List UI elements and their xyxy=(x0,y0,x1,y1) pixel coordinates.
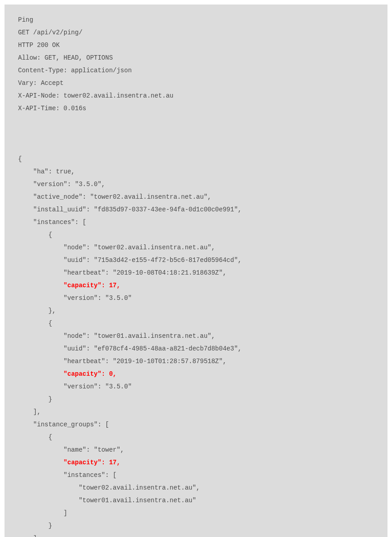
json-grp0-inst0: "tower02.avail.insentra.net.au", xyxy=(18,484,200,491)
json-active-node: "active_node": "tower02.avail.insentra.n… xyxy=(18,193,211,201)
json-grp0-name: "name": "tower", xyxy=(18,446,124,453)
json-inst0-capacity-indent xyxy=(18,282,64,289)
json-inst0-version: "version": "3.5.0" xyxy=(18,294,132,302)
json-grp0-inst1: "tower01.avail.insentra.net.au" xyxy=(18,497,196,504)
json-groups-open: "instance_groups": [ xyxy=(18,421,109,428)
json-grp0-instances-open: "instances": [ xyxy=(18,472,116,479)
json-instances-close: ], xyxy=(18,408,41,416)
header-allow: Allow: GET, HEAD, OPTIONS xyxy=(18,54,113,61)
json-inst1-version: "version": "3.5.0" xyxy=(18,383,132,390)
json-inst0-heartbeat: "heartbeat": "2019-10-08T04:18:21.918639… xyxy=(18,269,226,276)
header-vary: Vary: Accept xyxy=(18,79,64,87)
json-inst0-close: }, xyxy=(18,307,56,314)
json-grp0-close: } xyxy=(18,522,52,529)
json-inst0-capacity: "capacity": 17, xyxy=(64,282,120,289)
json-inst1-node: "node": "tower01.avail.insentra.net.au", xyxy=(18,332,215,340)
json-inst0-uuid: "uuid": "715a3d42-e155-4f72-b5c6-817ed05… xyxy=(18,257,242,264)
header-request: GET /api/v2/ping/ xyxy=(18,29,83,36)
json-grp0-capacity-indent xyxy=(18,459,64,466)
json-version: "version": "3.5.0", xyxy=(18,181,105,188)
header-api-node: X-API-Node: tower02.avail.insentra.net.a… xyxy=(18,92,173,99)
json-ha: "ha": true, xyxy=(18,168,75,175)
json-grp0-instances-close: ] xyxy=(18,509,67,517)
json-install-uuid: "install_uuid": "fd835d97-0337-43ee-94fa… xyxy=(18,206,242,213)
json-inst1-close: } xyxy=(18,396,52,403)
json-inst1-open: { xyxy=(18,320,52,327)
json-inst0-open: { xyxy=(18,231,52,238)
header-status: HTTP 200 OK xyxy=(18,42,60,49)
header-content-type: Content-Type: application/json xyxy=(18,67,132,74)
json-inst1-capacity: "capacity": 0, xyxy=(64,370,117,378)
json-grp0-open: { xyxy=(18,434,52,441)
api-response-block: Ping GET /api/v2/ping/ HTTP 200 OK Allow… xyxy=(5,5,387,537)
header-title: Ping xyxy=(18,16,33,23)
header-api-time: X-API-Time: 0.016s xyxy=(18,105,86,112)
json-instances-open: "instances": [ xyxy=(18,219,86,226)
json-groups-close: ] xyxy=(18,535,37,537)
json-inst1-heartbeat: "heartbeat": "2019-10-10T01:28:57.879518… xyxy=(18,358,226,365)
json-inst1-capacity-indent xyxy=(18,370,64,378)
json-open: { xyxy=(18,155,22,163)
json-inst1-uuid: "uuid": "ef078cf4-4985-48aa-a821-decb7d8… xyxy=(18,345,242,352)
json-inst0-node: "node": "tower02.avail.insentra.net.au", xyxy=(18,244,215,251)
json-grp0-capacity: "capacity": 17, xyxy=(64,459,120,466)
